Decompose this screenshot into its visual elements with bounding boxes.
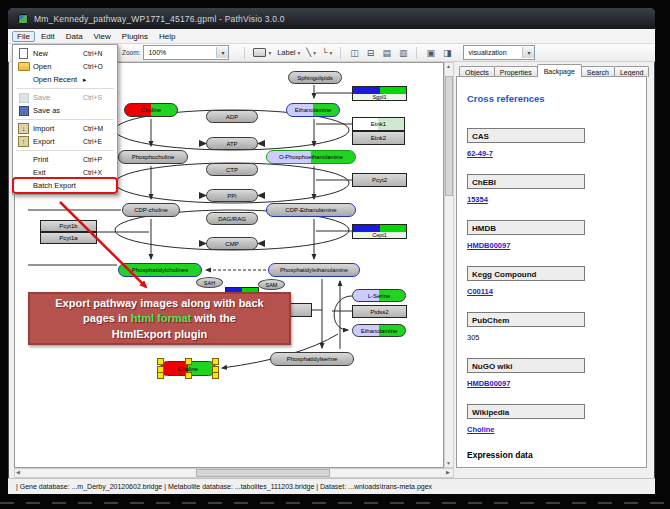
scroll-right-icon[interactable]: ▶	[446, 470, 450, 475]
zoom-combobox[interactable]: 100% ▾	[143, 45, 229, 60]
xref-source-nugo-wiki: NuGO wiki	[467, 358, 585, 373]
xref-link[interactable]: 15354	[467, 195, 636, 204]
toolbar-separator	[416, 47, 417, 59]
pathway-node-adp[interactable]: ADP	[206, 110, 258, 123]
pathway-node-cdp-ethanolamine[interactable]: CDP-Ethanolamine	[266, 203, 356, 217]
file-menu-item-open-recent[interactable]: Open Recent▸	[14, 73, 116, 86]
chevron-down-icon: ▾	[313, 50, 316, 56]
common-height-icon[interactable]: ◨	[439, 48, 456, 58]
pathway-node-pcyt2[interactable]: Pcyt2	[352, 173, 407, 187]
pathway-node-ethanolamine-bottom[interactable]: Ethanolamine	[352, 324, 406, 337]
menu-view[interactable]: View	[89, 31, 116, 42]
xref-source-pubchem: PubChem	[467, 312, 585, 327]
pathway-node-dag[interactable]: DAG/RAG	[206, 212, 258, 225]
selection-handle[interactable]	[212, 372, 219, 379]
pathway-node-ethanolamine-top[interactable]: Ethanolamine	[286, 103, 340, 117]
side-panel-tabs: ObjectsPropertiesBackpageSearchLegend	[459, 62, 648, 77]
pathway-node-o-phosphoethanolamine[interactable]: O-Phosphoethanolamine	[266, 150, 356, 164]
pathway-node-sgpl1[interactable]: Sgpl1	[352, 86, 407, 101]
xref-link[interactable]: C00114	[467, 287, 636, 296]
status-bar: | Gene database: ...m_Derby_20120602.bri…	[8, 478, 655, 494]
stack-horizontal-icon[interactable]: ▥	[395, 48, 412, 58]
scroll-left-icon[interactable]: ◀	[16, 470, 20, 475]
xref-link[interactable]: HMDB00097	[467, 241, 636, 250]
open-icon	[18, 62, 30, 71]
pathway-node-cmp[interactable]: CMP	[206, 237, 258, 250]
common-width-icon[interactable]: ▣	[422, 48, 439, 58]
horizontal-scrollbar-thumb[interactable]	[196, 469, 330, 477]
pathway-node-phosphocholine[interactable]: Phosphocholine	[118, 150, 188, 164]
visualization-combobox[interactable]: visualization ▾	[463, 45, 535, 60]
pathway-node-ppi[interactable]: PPi	[206, 189, 258, 202]
file-menu-popup: NewCtrl+NOpenCtrl+OOpen Recent▸SaveCtrl+…	[12, 44, 118, 195]
align-center-y-icon[interactable]: ⊟	[363, 48, 379, 58]
pathway-node-cdp-choline[interactable]: CDP-choline	[122, 203, 180, 217]
title-bar[interactable]: Mm_Kennedy_pathway_WP1771_45176.gpml - P…	[8, 8, 655, 29]
save-icon	[19, 93, 29, 103]
file-menu-item-export[interactable]: ExportCtrl+E	[14, 135, 116, 148]
xref-link[interactable]: Choline	[467, 425, 636, 434]
pathway-node-sam[interactable]: SAM	[258, 279, 285, 290]
scroll-up-icon[interactable]: ▲	[446, 64, 451, 69]
import-icon	[18, 123, 29, 134]
selection-handle[interactable]	[185, 372, 192, 379]
connector-tool-button[interactable]: └▾	[319, 45, 335, 60]
line-tool-button[interactable]: ╲▾	[303, 45, 319, 60]
pathway-node-atp[interactable]: ATP	[206, 137, 258, 150]
pathway-node-ptdss2[interactable]: Ptdss2	[352, 305, 407, 318]
pathway-node-choline-top[interactable]: Choline	[124, 103, 178, 117]
align-center-x-icon[interactable]: ◫	[346, 48, 363, 58]
menu-file[interactable]: File	[12, 31, 35, 42]
annotation-line: pages in	[83, 312, 131, 324]
file-menu-item-new[interactable]: NewCtrl+N	[14, 47, 116, 60]
chevron-down-icon[interactable]: ▾	[216, 47, 228, 58]
menu-edit[interactable]: Edit	[36, 31, 60, 42]
file-menu-item-save-as[interactable]: Save as	[14, 104, 116, 117]
menu-data[interactable]: Data	[61, 31, 88, 42]
datanode-icon	[253, 48, 266, 57]
pathway-node-ctp[interactable]: CTP	[206, 163, 258, 176]
file-menu-item-import[interactable]: ImportCtrl+M	[14, 122, 116, 135]
menu-bar: FileEditDataViewPluginsHelp	[8, 29, 655, 44]
selection-handle[interactable]	[212, 358, 219, 365]
xref-value: 305	[467, 333, 636, 342]
new-icon	[19, 48, 28, 59]
pathway-node-l-serine[interactable]: L-Serine	[352, 289, 406, 302]
file-menu-item-batch-export[interactable]: Batch Export	[14, 179, 116, 192]
selection-handle[interactable]	[185, 358, 192, 365]
pathway-node-sphingolipids[interactable]: Sphingolipids	[288, 71, 342, 84]
xref-link[interactable]: 62-49-7	[467, 149, 636, 158]
pathway-node-cept1[interactable]: Cept1	[352, 224, 407, 239]
pathway-node-sah[interactable]: SAH	[196, 277, 223, 288]
selection-handle[interactable]	[157, 358, 164, 365]
zoom-label: Zoom:	[122, 49, 140, 56]
datanode-button[interactable]: ▾	[250, 45, 274, 60]
tab-backpage[interactable]: Backpage	[537, 64, 582, 77]
pathway-node-phosphatidylcholines[interactable]: Phosphatidylcholines	[118, 263, 202, 277]
annotation-line: HtmlExport plugin	[112, 328, 207, 340]
menu-plugins[interactable]: Plugins	[117, 31, 153, 42]
file-menu-item-save[interactable]: SaveCtrl+S	[14, 91, 116, 104]
menu-help[interactable]: Help	[154, 31, 180, 42]
pathway-node-phosphatidylserine[interactable]: Phosphatidylserine	[270, 352, 354, 366]
pathway-node-pcyt1a[interactable]: Pcyt1a	[40, 232, 97, 244]
xref-link[interactable]: HMDB00097	[467, 379, 636, 388]
pathway-node-etnk1[interactable]: Etnk1	[352, 117, 405, 131]
label-button[interactable]: Label▾	[274, 45, 303, 60]
pathway-node-etnk2[interactable]: Etnk2	[352, 131, 405, 145]
file-menu-item-print[interactable]: PrintCtrl+P	[14, 153, 116, 166]
selection-handle[interactable]	[157, 372, 164, 379]
xref-source-chebi: ChEBI	[467, 174, 585, 189]
vertical-scrollbar-thumb[interactable]	[445, 76, 453, 196]
window-title: Mm_Kennedy_pathway_WP1771_45176.gpml - P…	[34, 14, 285, 24]
pathway-node-choline-selected[interactable]: Choline	[160, 361, 216, 376]
scroll-down-icon[interactable]: ▼	[446, 461, 451, 466]
chevron-down-icon[interactable]: ▾	[522, 47, 534, 58]
annotation-highlight: html format	[131, 312, 192, 324]
file-menu-item-exit[interactable]: ExitCtrl+X	[14, 166, 116, 179]
pathway-node-pcyt1b[interactable]: Pcyt1b	[40, 220, 97, 232]
file-menu-item-open[interactable]: OpenCtrl+O	[14, 60, 116, 73]
pathway-node-phosphatidylethanolamine[interactable]: Phosphatidylethanolamine	[268, 263, 360, 277]
menu-separator	[16, 119, 114, 120]
stack-vertical-icon[interactable]: ▤	[378, 48, 395, 58]
